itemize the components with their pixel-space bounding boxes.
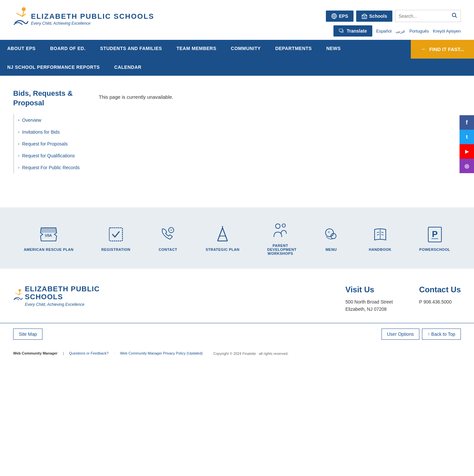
sidebar-nav-invitations[interactable]: › Invitations for Bids	[14, 126, 86, 138]
svg-line-11	[455, 16, 457, 17]
site-map-button[interactable]: Site Map	[13, 329, 42, 340]
translate-button[interactable]: Translate	[333, 25, 372, 37]
menu-icon	[321, 225, 341, 244]
translate-icon	[339, 28, 345, 34]
nav-nj-reports[interactable]: NJ SCHOOL PERFORMANCE REPORTS	[0, 59, 107, 76]
address-line1: 500 North Broad Street	[345, 298, 393, 305]
copyright-separator2: ·	[114, 351, 115, 355]
privacy-link[interactable]: Web Community Manager Privacy Policy (Up…	[120, 351, 203, 355]
footer-contact[interactable]: CONTACT	[158, 225, 178, 251]
logo-icon	[13, 7, 30, 30]
back-to-top-button[interactable]: ↑ Back to Top	[422, 329, 461, 340]
sidebar-nav: › Overview › Invitations for Bids › Requ…	[13, 114, 86, 173]
footer-parent-development[interactable]: PARENT DEVELOPMENT WORKSHOPS	[267, 221, 294, 255]
logo-text-area: ELIZABETH PUBLIC SCHOOLS Every Child, Ac…	[31, 13, 154, 26]
user-options-button[interactable]: User Options	[382, 329, 420, 340]
schools-button[interactable]: Schools	[356, 11, 392, 22]
sidebar-nav-qualifications[interactable]: › Request for Qualifications	[14, 150, 86, 162]
questions-link[interactable]: Questions or Feedback?	[69, 351, 109, 355]
svg-line-31	[381, 232, 383, 233]
footer-logo: ELIZABETH PUBLIC SCHOOLS Every Child, Ac…	[13, 285, 105, 307]
wcm-label: Web Community Manager	[13, 351, 58, 355]
svg-point-21	[222, 226, 223, 227]
chevron-icon-qualifications: ›	[18, 153, 19, 158]
footer-logo-name: ELIZABETH PUBLIC SCHOOLS	[25, 285, 105, 301]
footer-bottom: Site Map User Options ↑ Back to Top	[0, 323, 474, 345]
main-nav: ABOUT EPS BOARD OF ED. STUDENTS AND FAMI…	[0, 40, 474, 76]
svg-point-23	[282, 224, 285, 227]
nav-board[interactable]: BOARD OF ED.	[43, 40, 93, 59]
svg-point-36	[18, 289, 21, 292]
parent-development-icon	[271, 221, 290, 240]
visit-us-title: Visit Us	[345, 285, 393, 294]
sidebar-nav-public-records[interactable]: › Request For Public Records	[14, 162, 86, 173]
copyright-separator: |	[63, 351, 64, 355]
nav-students[interactable]: STUDENTS AND FAMILIES	[93, 40, 169, 59]
lang-espanol[interactable]: Español	[376, 29, 392, 34]
nav-community[interactable]: COMMUNITY	[224, 40, 268, 59]
svg-text:USA: USA	[45, 234, 52, 237]
lang-portuguese[interactable]: Português	[409, 29, 429, 34]
facebook-button[interactable]: f	[460, 115, 474, 130]
svg-rect-8	[362, 15, 367, 18]
social-sidebar: f 𝕥 ▶ ◎	[460, 115, 474, 173]
copyright-text: Copyright © 2024 Finalsite · all rights …	[213, 352, 289, 356]
footer-powerschool[interactable]: P POWERSCHOOL	[419, 225, 450, 251]
search-input[interactable]	[399, 13, 451, 19]
logo-area: ELIZABETH PUBLIC SCHOOLS Every Child, Ac…	[13, 7, 154, 32]
chevron-icon-invitations: ›	[18, 130, 19, 134]
search-icon	[451, 12, 457, 18]
eps-button[interactable]: EPS	[326, 11, 354, 22]
nav-team[interactable]: TEAM MEMBERS	[169, 40, 224, 59]
logo-school-name: ELIZABETH PUBLIC SCHOOLS	[31, 13, 154, 20]
svg-line-17	[223, 228, 227, 241]
search-button[interactable]	[451, 12, 457, 20]
chevron-icon-overview: ›	[18, 118, 19, 122]
find-it-fast-button[interactable]: ← FIND IT FAST...	[411, 40, 474, 59]
twitter-button[interactable]: 𝕥	[460, 130, 474, 144]
contact-phone: P 908.436.5000	[419, 298, 461, 305]
svg-point-0	[22, 7, 26, 11]
registration-icon	[106, 225, 126, 244]
footer-logo-subtitle: Every Child, Achieving Excellence	[25, 302, 105, 307]
svg-point-10	[452, 13, 456, 17]
lang-arabic[interactable]: عربى	[396, 29, 406, 34]
footer-logo-icon	[13, 286, 23, 306]
nav-about-eps[interactable]: ABOUT EPS	[0, 40, 43, 59]
footer-strategic-plan[interactable]: STRATEGIC PLAN	[206, 225, 240, 251]
nav-news[interactable]: NEWS	[319, 40, 348, 59]
powerschool-icon: P	[425, 225, 445, 244]
youtube-button[interactable]: ▶	[460, 144, 474, 159]
arrow-left-icon: ←	[421, 46, 427, 53]
nav-calendar[interactable]: CALENDAR	[107, 59, 149, 76]
sidebar-nav-overview[interactable]: › Overview	[14, 114, 86, 126]
lang-creole[interactable]: Kreyòl Ayisyen	[433, 29, 461, 34]
svg-text:P: P	[432, 229, 437, 239]
footer-registration[interactable]: REGISTRATION	[101, 225, 130, 251]
contact-icon	[158, 225, 178, 244]
content-area: This page is currently unavailable.	[86, 89, 461, 188]
american-rescue-icon: USA	[39, 225, 59, 244]
svg-rect-9	[363, 17, 365, 18]
eps-icon	[331, 13, 337, 19]
main-content: Bids, Requests & Proposal › Overview › I…	[0, 76, 474, 207]
svg-line-16	[218, 228, 223, 241]
svg-line-30	[377, 234, 379, 235]
header: ELIZABETH PUBLIC SCHOOLS Every Child, Ac…	[0, 0, 474, 40]
sidebar-title: Bids, Requests & Proposal	[13, 89, 86, 108]
chevron-icon-proposals: ›	[18, 142, 19, 146]
sidebar: Bids, Requests & Proposal › Overview › I…	[13, 89, 86, 188]
instagram-button[interactable]: ◎	[460, 159, 474, 173]
strategic-plan-icon	[213, 225, 232, 244]
logo-subtitle: Every Child, Achieving Excellence	[31, 21, 154, 26]
footer-menu[interactable]: MENU	[321, 225, 341, 251]
footer-contact-us: Contact Us P 908.436.5000	[419, 285, 461, 313]
schools-icon	[361, 13, 367, 19]
footer-handbook[interactable]: HANDBOOK	[369, 225, 391, 251]
nav-departments[interactable]: DEPARTMENTS	[268, 40, 319, 59]
address-line2: Elizabeth, NJ 07208	[345, 305, 393, 313]
footer-info: Visit Us 500 North Broad Street Elizabet…	[345, 285, 461, 313]
footer-american-rescue[interactable]: USA AMERICAN RESCUE PLAN	[24, 225, 73, 251]
sidebar-nav-proposals[interactable]: › Request for Proposals	[14, 138, 86, 150]
svg-point-26	[328, 231, 330, 233]
